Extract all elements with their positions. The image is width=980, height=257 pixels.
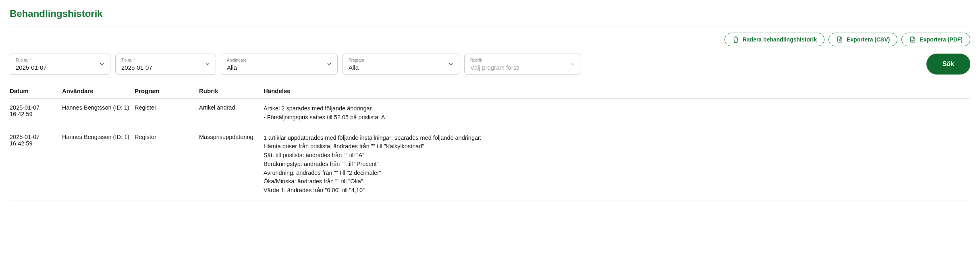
rubrik-field-placeholder: Välj program först!	[470, 64, 520, 71]
cell-program: Register	[135, 128, 199, 201]
export-pdf-button[interactable]: PDF Exportera (PDF)	[901, 33, 970, 46]
table-row: 2025-01-07 16:42:59Hannes Bengtsson (ID:…	[10, 128, 970, 201]
table-row: 2025-01-07 16:42:59Hannes Bengtsson (ID:…	[10, 99, 970, 128]
export-pdf-label: Exportera (PDF)	[920, 36, 963, 43]
to-date-value: 2025-01-07	[121, 64, 152, 71]
delete-history-button[interactable]: Radera behandlingshistorik	[725, 33, 824, 46]
event-line: Beräkningstyp: ändrades från "" till "Pr…	[264, 160, 967, 169]
cell-handelse: 1 artiklar uppdaterades med följande ins…	[264, 128, 970, 201]
program-field[interactable]: Program Alla	[343, 54, 459, 75]
event-line: Avrundning: ändrades från "" till "2 dec…	[264, 169, 967, 178]
from-date-value: 2025-01-07	[16, 64, 47, 71]
col-header-anvandare: Användare	[62, 83, 135, 99]
chevron-down-icon	[569, 61, 576, 67]
cell-datum: 2025-01-07 16:42:59	[10, 99, 62, 128]
file-pdf-icon: PDF	[909, 36, 916, 43]
chevron-down-icon	[448, 61, 454, 67]
event-line: Öka/Minska: ändrades från "" till "Öka"	[264, 177, 967, 186]
rubrik-field-label: Rubrik	[470, 58, 565, 62]
event-line: 1 artiklar uppdaterades med följande ins…	[264, 134, 967, 143]
cell-rubrik: Massprisuppdatering	[199, 128, 264, 201]
event-line: Hämta priser från prislista: ändrades fr…	[264, 142, 967, 151]
export-csv-label: Exportera (CSV)	[847, 36, 890, 43]
program-field-label: Program	[349, 58, 443, 62]
file-csv-icon	[836, 36, 843, 43]
delete-history-label: Radera behandlingshistorik	[743, 36, 817, 43]
event-line: - Försäljningspris sattes till 52.05 på …	[264, 113, 967, 122]
event-line: Värde 1: ändrades från "0,00" till "4,10…	[264, 186, 967, 195]
cell-datum: 2025-01-07 16:42:59	[10, 128, 62, 201]
user-field-value: Alla	[227, 64, 237, 71]
chevron-down-icon	[99, 61, 105, 67]
page-title: Behandlingshistorik	[10, 8, 970, 19]
user-field[interactable]: Användare Alla	[221, 54, 338, 75]
cell-anvandare: Hannes Bengtsson (ID: 1)	[62, 99, 135, 128]
col-header-rubrik: Rubrik	[199, 83, 264, 99]
cell-rubrik: Artikel ändrad.	[199, 99, 264, 128]
divider	[10, 27, 970, 27]
filter-bar: Fr.o.m. * 2025-01-07 T.o.m. * 2025-01-07…	[10, 54, 970, 75]
svg-text:PDF: PDF	[911, 40, 915, 42]
search-button[interactable]: Sök	[926, 54, 970, 75]
chevron-down-icon	[204, 61, 211, 67]
event-line: Sätt till prislista: ändrades från "" ti…	[264, 151, 967, 160]
from-date-label: Fr.o.m. *	[16, 58, 94, 62]
to-date-label: T.o.m. *	[121, 58, 199, 62]
col-header-datum: Datum	[10, 83, 62, 99]
history-table: Datum Användare Program Rubrik Händelse …	[10, 83, 970, 201]
action-bar: Radera behandlingshistorik Exportera (CS…	[10, 33, 970, 46]
rubrik-field[interactable]: Rubrik Välj program först!	[464, 54, 581, 75]
cell-handelse: Artikel 2 sparades med följande ändringa…	[264, 99, 970, 128]
col-header-handelse: Händelse	[264, 83, 970, 99]
from-date-field[interactable]: Fr.o.m. * 2025-01-07	[10, 54, 110, 75]
cell-anvandare: Hannes Bengtsson (ID: 1)	[62, 128, 135, 201]
table-header-row: Datum Användare Program Rubrik Händelse	[10, 83, 970, 99]
cell-program: Register	[135, 99, 199, 128]
to-date-field[interactable]: T.o.m. * 2025-01-07	[115, 54, 216, 75]
event-line: Artikel 2 sparades med följande ändringa…	[264, 104, 967, 113]
user-field-label: Användare	[227, 58, 321, 62]
col-header-program: Program	[135, 83, 199, 99]
chevron-down-icon	[326, 61, 332, 67]
program-field-value: Alla	[349, 64, 359, 71]
export-csv-button[interactable]: Exportera (CSV)	[828, 33, 897, 46]
trash-icon	[732, 36, 739, 43]
